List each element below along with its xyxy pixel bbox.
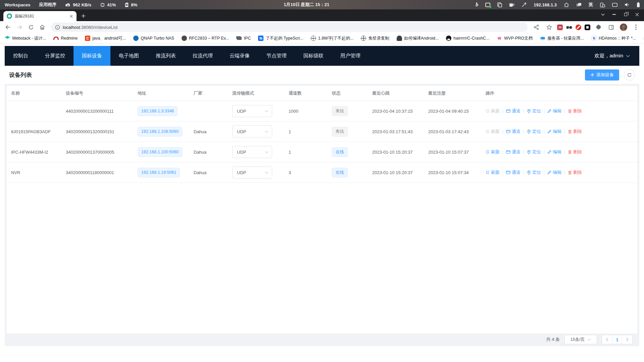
edit-action[interactable]: 编辑 [547, 108, 561, 114]
nav-item-pull-proxy[interactable]: 拉流代理 [184, 46, 221, 66]
home-button[interactable] [38, 22, 47, 32]
address-tag: 192.168.1.19:5061 [138, 168, 180, 177]
nav-item-split-monitor[interactable]: 分屏监控 [37, 46, 73, 66]
bookmark-item[interactable]: Redmine [53, 36, 78, 41]
nav-item-gb-devices[interactable]: 国标设备 [73, 46, 110, 66]
stream-mode-select[interactable]: UDP [232, 105, 272, 117]
delete-action[interactable]: 删除 [568, 108, 582, 114]
bookmark-item[interactable]: 知了不起的 TypeScri... [258, 36, 303, 41]
stream-mode-select[interactable]: UDP [232, 146, 272, 158]
bookmark-item[interactable]: QNAP Turbo NAS [133, 36, 174, 41]
nav-item-map[interactable]: 电子地图 [110, 46, 147, 66]
nav-item-console[interactable]: 控制台 [5, 46, 37, 66]
channels-action[interactable]: 通道 [506, 108, 521, 114]
coffee-tray-icon[interactable] [509, 2, 514, 7]
locate-action[interactable]: 定位 [527, 128, 541, 135]
status-badge: 在线 [332, 147, 348, 157]
bookmark-item[interactable]: NHDAtmos :: 种子 *... [591, 36, 636, 41]
bookmark-item[interactable]: 免登录复制 [361, 36, 389, 41]
display-tray-icon[interactable] [612, 3, 617, 7]
refresh-action[interactable]: 刷新 [486, 169, 500, 175]
input-method-indicator[interactable]: 英 [589, 2, 593, 8]
battery-tray-icon[interactable] [637, 2, 640, 7]
channels-action[interactable]: 通道 [506, 169, 521, 175]
forward-button[interactable] [15, 22, 24, 32]
color-picker-tray-icon[interactable] [522, 2, 527, 7]
refresh-icon [627, 72, 632, 77]
extension-glasses-icon[interactable] [566, 25, 572, 29]
nav-item-user-manage[interactable]: 用户管理 [332, 46, 369, 66]
clock[interactable]: 1月10日 星期二 15：21 [137, 2, 476, 8]
add-device-button[interactable]: 添加设备 [585, 69, 619, 81]
prev-page-button[interactable] [602, 335, 612, 344]
bookmark-item[interactable]: hairrrrr/C-CrashC... [446, 36, 489, 41]
stream-mode-select[interactable]: UDP [232, 125, 272, 138]
page-info-icon[interactable] [55, 25, 60, 30]
tab-close-icon[interactable] [68, 13, 74, 19]
manufacturer: Dahua [189, 150, 228, 155]
locate-action[interactable]: 定位 [527, 149, 541, 155]
nav-item-cloud-record[interactable]: 云端录像 [221, 46, 258, 66]
device-table-card: 名称 设备编号 地址 厂家 流传输模式 通道数 状态 最近心跳 最近注册 操作 … [7, 86, 637, 333]
bookmark-item[interactable]: IPC [237, 36, 251, 41]
bookmark-item[interactable]: Cjava、android可... [85, 36, 126, 41]
extension-reader-icon[interactable] [585, 24, 590, 30]
workspaces-button[interactable]: Workspaces [5, 2, 30, 7]
extensions-puzzle-icon[interactable] [594, 22, 603, 32]
nav-item-push-list[interactable]: 推流列表 [147, 46, 184, 66]
bookmark-item[interactable]: RFC2833 – RTP Ev... [182, 36, 229, 41]
channels-action[interactable]: 通道 [506, 149, 521, 155]
nav-item-node-manage[interactable]: 节点管理 [258, 46, 295, 66]
stream-mode-select[interactable]: UDP [232, 166, 272, 178]
bookmark-item[interactable]: WWVP-PRO文档 [497, 36, 533, 41]
edit-action[interactable]: 编辑 [547, 149, 561, 155]
extension-blocker-icon[interactable] [576, 24, 581, 30]
bookmark-star-button[interactable] [544, 22, 554, 32]
profile-avatar[interactable] [619, 23, 628, 32]
page-number-button[interactable]: 1 [612, 335, 622, 344]
volume-tray-icon[interactable] [625, 2, 630, 7]
locate-action[interactable]: 定位 [527, 108, 541, 114]
locate-action[interactable]: 定位 [527, 169, 541, 175]
share-button[interactable] [532, 22, 541, 32]
home-tray-icon[interactable] [564, 2, 569, 7]
bing-tray-icon[interactable]: b [476, 2, 478, 8]
delete-action[interactable]: 删除 [568, 169, 582, 175]
bookmark-item[interactable]: 1.8W字|了不起的... [311, 36, 353, 41]
bookmark-item[interactable]: Webstack - 设计... [5, 36, 46, 41]
nav-item-gb-cascade[interactable]: 国标级联 [295, 46, 332, 66]
c-site-icon: C [85, 36, 90, 41]
ip-address-indicator[interactable]: 192.168.1.3 [534, 2, 557, 7]
page-size-select[interactable]: 15条/页 [564, 335, 597, 344]
clipboard-tray-icon[interactable] [497, 2, 502, 7]
delete-action[interactable]: 删除 [568, 128, 582, 135]
workspace-switcher-icon[interactable] [576, 2, 582, 7]
refresh-list-button[interactable] [624, 69, 635, 81]
side-panel-button[interactable] [606, 22, 616, 32]
window-minimize-button[interactable] [609, 10, 619, 19]
screenshot-tray-icon[interactable] [485, 3, 490, 7]
phone-link-tray-icon[interactable] [600, 2, 605, 7]
browser-tab[interactable]: 国标28181 [3, 11, 77, 21]
tab-search-button[interactable] [598, 10, 608, 19]
channels-action[interactable]: 通道 [506, 128, 521, 135]
edit-action[interactable]: 编辑 [547, 169, 561, 175]
browser-menu-button[interactable] [631, 22, 641, 32]
back-button[interactable] [3, 22, 13, 32]
delete-action[interactable]: 删除 [568, 149, 582, 155]
window-close-button[interactable] [632, 10, 642, 19]
bookmark-item[interactable]: 服务器 - 轻量应用... [540, 36, 584, 41]
table-row: IPC-HFW4433M-I2 34020000001370000005 192… [7, 142, 637, 162]
extension-js-icon[interactable]: JS [557, 24, 563, 30]
applications-menu[interactable]: 应用程序 [39, 2, 56, 8]
reload-button[interactable] [26, 22, 36, 32]
address-bar[interactable]: localhost:38080/#/deviceList [51, 22, 528, 32]
user-menu[interactable]: 欢迎，admin [594, 46, 639, 66]
new-tab-button[interactable] [79, 11, 88, 20]
refresh-action[interactable]: 刷新 [486, 149, 500, 155]
bookmark-item[interactable]: 如何编译Android... [397, 36, 439, 41]
next-page-button[interactable] [622, 335, 632, 344]
pager: 1 [602, 335, 633, 344]
window-restore-button[interactable] [621, 10, 631, 19]
edit-action[interactable]: 编辑 [547, 128, 561, 135]
